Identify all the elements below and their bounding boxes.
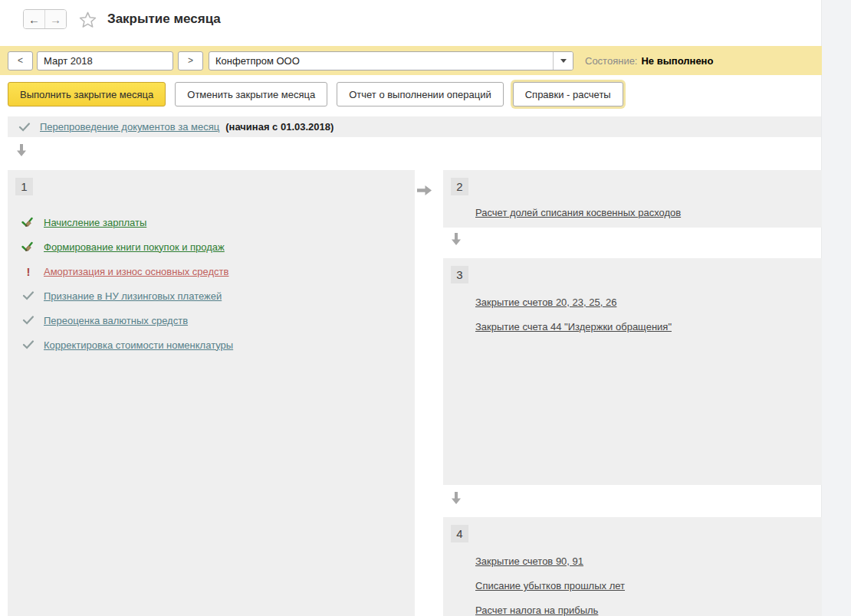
history-nav-group: ← → bbox=[23, 9, 67, 29]
header: ← → Закрытие месяца bbox=[23, 8, 221, 30]
caret-down-icon bbox=[560, 59, 567, 63]
operation-link[interactable]: Корректировка стоимости номенклатуры bbox=[44, 339, 233, 351]
operation-row: Переоценка валютных средств bbox=[21, 313, 188, 328]
reposting-link[interactable]: Перепроведение документов за месяц bbox=[40, 121, 219, 133]
operation-row: Начисление зарплаты bbox=[21, 215, 146, 230]
operation-link[interactable]: Закрытие счета 44 "Издержки обращения" bbox=[475, 321, 672, 333]
operation-row: ! Амортизация и износ основных средств bbox=[21, 264, 228, 279]
operation-link[interactable]: Закрытие счетов 20, 23, 25, 26 bbox=[475, 297, 616, 308]
check-icon bbox=[18, 123, 31, 132]
actions-toolbar: Выполнить закрытие месяца Отменить закры… bbox=[8, 82, 623, 106]
operation-link[interactable]: Начисление зарплаты bbox=[44, 217, 146, 228]
back-arrow-icon: ← bbox=[28, 13, 40, 26]
organization-input[interactable] bbox=[209, 52, 553, 70]
run-month-closing-button[interactable]: Выполнить закрытие месяца bbox=[8, 82, 166, 106]
stage-2-panel: 2 Расчет долей списания косвенных расход… bbox=[443, 170, 822, 228]
operation-link[interactable]: Формирование книги покупок и продаж bbox=[44, 241, 225, 253]
flow-down-arrow bbox=[452, 492, 461, 504]
flow-down-arrow bbox=[17, 144, 26, 156]
status-label: Состояние: bbox=[585, 55, 637, 67]
favorite-button[interactable] bbox=[79, 11, 97, 28]
reposting-start-date: (начиная с 01.03.2018) bbox=[225, 121, 334, 133]
check-icon bbox=[21, 316, 35, 325]
calculation-references-button[interactable]: Справки - расчеты bbox=[513, 82, 623, 106]
stage-4-panel: 4 Закрытие счетов 90, 91 Списание убытко… bbox=[443, 517, 822, 616]
operation-link[interactable]: Переоценка валютных средств bbox=[44, 315, 188, 326]
previous-period-button[interactable]: < bbox=[8, 51, 33, 70]
stage-1-panel: 1 Начисление зарплаты Формирование книги… bbox=[8, 170, 415, 616]
check-pencil-icon bbox=[21, 217, 35, 228]
operation-row: Корректировка стоимости номенклатуры bbox=[21, 337, 233, 352]
next-period-button[interactable]: > bbox=[178, 51, 203, 70]
stage-number: 1 bbox=[15, 178, 33, 195]
operation-row: Формирование книги покупок и продаж bbox=[21, 239, 225, 254]
forward-arrow-icon: → bbox=[50, 13, 61, 26]
stage-number: 2 bbox=[451, 178, 468, 195]
forward-button[interactable]: → bbox=[45, 10, 66, 28]
organization-field bbox=[209, 51, 573, 70]
operation-link[interactable]: Признание в НУ лизинговых платежей bbox=[44, 290, 222, 302]
error-exclamation-icon: ! bbox=[21, 266, 35, 277]
operation-link[interactable]: Расчет налога на прибыль bbox=[475, 605, 598, 616]
status-value: Не выполнено bbox=[641, 55, 713, 67]
organization-dropdown-button[interactable] bbox=[553, 52, 573, 70]
month-closing-window: ← → Закрытие месяца < ... > Состояние:Не… bbox=[0, 0, 851, 616]
check-pencil-icon bbox=[21, 241, 35, 253]
stage-number: 4 bbox=[451, 525, 468, 542]
stage-number: 3 bbox=[451, 266, 468, 283]
back-button[interactable]: ← bbox=[24, 10, 45, 28]
flow-down-arrow bbox=[452, 233, 461, 245]
star-icon bbox=[79, 11, 97, 28]
reposting-strip: Перепроведение документов за месяц (начи… bbox=[8, 116, 821, 137]
cancel-month-closing-button[interactable]: Отменить закрытие месяца bbox=[175, 82, 327, 106]
operations-report-button[interactable]: Отчет о выполнении операций bbox=[337, 82, 504, 106]
page-title: Закрытие месяца bbox=[107, 11, 221, 27]
flow-right-arrow bbox=[417, 185, 432, 195]
operation-row: Признание в НУ лизинговых платежей bbox=[21, 288, 222, 303]
operation-link[interactable]: Закрытие счетов 90, 91 bbox=[475, 555, 583, 567]
operation-link[interactable]: Амортизация и износ основных средств bbox=[44, 266, 228, 277]
period-toolbar: < ... > Состояние:Не выполнено bbox=[0, 46, 822, 75]
operation-link[interactable]: Списание убытков прошлых лет bbox=[475, 580, 625, 591]
period-input[interactable] bbox=[38, 52, 173, 70]
check-icon bbox=[21, 340, 35, 349]
check-icon bbox=[21, 291, 35, 300]
stage-3-panel: 3 Закрытие счетов 20, 23, 25, 26 Закрыти… bbox=[443, 258, 822, 485]
period-field: ... bbox=[37, 51, 173, 70]
right-gutter bbox=[821, 0, 851, 616]
operation-link[interactable]: Расчет долей списания косвенных расходов bbox=[475, 207, 681, 218]
closing-status: Состояние:Не выполнено bbox=[585, 55, 713, 67]
